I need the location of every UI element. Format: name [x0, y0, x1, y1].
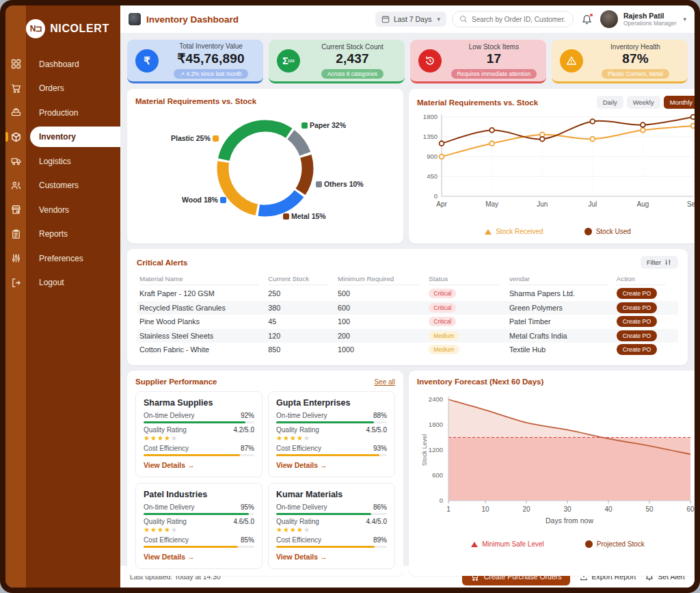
- supplier-performance-panel: Supplier Performance See all Sharma Supp…: [127, 371, 403, 576]
- notifications-button[interactable]: [582, 14, 592, 25]
- see-all-link[interactable]: See all: [374, 378, 395, 386]
- svg-text:1800: 1800: [429, 421, 443, 428]
- search-bar[interactable]: [452, 11, 574, 27]
- sidebar-item-label: Vendors: [30, 200, 120, 220]
- forecast-legend: Minimum Safe Level Projected Stock: [417, 540, 695, 548]
- star-rating: ★★★★★: [276, 434, 387, 442]
- supplier-name: Sharma Supplies: [144, 398, 254, 408]
- svg-text:600: 600: [432, 471, 443, 479]
- tab-weekly[interactable]: Weekly: [627, 96, 660, 109]
- donut-label-wood: Wood 18%: [182, 196, 226, 204]
- sidebar-item-orders[interactable]: Orders: [5, 77, 120, 101]
- sidebar-item-label: Preferences: [30, 248, 120, 269]
- kpi-value: 17: [450, 51, 538, 66]
- svg-text:900: 900: [427, 153, 438, 160]
- svg-text:50: 50: [645, 505, 654, 513]
- sidebar-item-dashboard[interactable]: Dashboard: [5, 52, 120, 77]
- supplier-name: Patel Industries: [144, 490, 254, 499]
- view-details-link[interactable]: View Details →: [276, 553, 327, 561]
- kpi-badge: Requires immediate attention: [451, 69, 537, 79]
- status-badge: Critical: [429, 317, 456, 326]
- kpi-current-stock-count: Σ123 Current Stock Count 2,437 Across 8 …: [269, 40, 405, 83]
- tab-monthly[interactable]: Monthly: [664, 96, 695, 109]
- kpi-total-inventory-value: ₹ Total Inventory Value ₹45,76,890 ↗ 4.2…: [127, 40, 263, 83]
- donut-label-plastic: Plastic 25%: [171, 134, 219, 142]
- tab-daily[interactable]: Daily: [597, 96, 623, 109]
- date-range-dropdown[interactable]: Last 7 Days ▾: [375, 12, 446, 27]
- sidebar-item-inventory[interactable]: Inventory: [5, 125, 120, 150]
- kpi-value: 87%: [591, 51, 679, 66]
- create-po-button[interactable]: Create PO: [617, 344, 658, 355]
- svg-text:1800: 1800: [423, 113, 438, 120]
- sidebar-item-reports[interactable]: Reports: [5, 222, 120, 247]
- svg-text:2400: 2400: [429, 395, 443, 403]
- date-range-value: Last 7 Days: [394, 15, 431, 23]
- app-frame: N⊐ NICOLERT Dashboard Orders Production …: [0, 0, 700, 593]
- svg-text:20: 20: [522, 505, 530, 513]
- sidebar-item-label: Reports: [30, 224, 120, 244]
- avatar[interactable]: [600, 10, 618, 28]
- supplier-card: Gupta Enterprises On-time Delivery88% Qu…: [268, 391, 395, 477]
- truck-icon: [5, 156, 26, 166]
- star-rating: ★★★★★: [144, 434, 254, 442]
- sidebar-item-logistics[interactable]: Logistics: [5, 149, 120, 174]
- sidebar-item-preferences[interactable]: Preferences: [5, 246, 120, 271]
- legend-min-safe-level: Minimum Safe Level: [471, 540, 544, 548]
- search-input[interactable]: [472, 16, 566, 23]
- sliders-icon: [5, 253, 26, 263]
- sidebar-item-logout[interactable]: Logout: [5, 271, 120, 295]
- view-details-link[interactable]: View Details →: [144, 461, 195, 469]
- alerts-title: Critical Alerts: [137, 259, 187, 267]
- svg-text:1: 1: [446, 505, 450, 513]
- kpi-inventory-health: Inventory Health 87% Plastic Corners, Me…: [552, 40, 688, 83]
- legend-stock-used: Stock Used: [584, 228, 631, 235]
- status-badge: Critical: [429, 289, 456, 298]
- line-chart: 045090013501800AprMayJunJulAugSep: [417, 109, 695, 224]
- kpi-title: Total Inventory Value: [167, 42, 255, 50]
- filter-button[interactable]: Filter: [641, 256, 678, 269]
- create-po-button[interactable]: Create PO: [617, 302, 658, 313]
- sidebar-nav: Dashboard Orders Production Inventory Lo…: [5, 52, 120, 295]
- clipboard-icon: [5, 229, 26, 239]
- alerts-table: Material NameCurrent StockMinimum Requir…: [137, 274, 678, 357]
- kpi-low-stock-items: Low Stock Items 17 Requires immediate at…: [410, 40, 546, 83]
- user-role: Operations Manager: [623, 20, 677, 27]
- user-name: Rajesh Patil: [623, 12, 677, 21]
- svg-text:Apr: Apr: [436, 200, 447, 208]
- svg-text:Aug: Aug: [637, 200, 649, 208]
- sidebar-item-label: Logout: [30, 272, 120, 293]
- create-po-button[interactable]: Create PO: [617, 288, 658, 299]
- box-icon: [5, 132, 26, 142]
- kpi-badge: ↗ 4.2% since last month: [174, 69, 247, 79]
- view-details-link[interactable]: View Details →: [144, 553, 195, 561]
- search-icon: [459, 15, 468, 23]
- sidebar-item-vendors[interactable]: Vendors: [5, 198, 120, 222]
- svg-text:30: 30: [563, 505, 571, 513]
- warning-triangle-icon: [560, 49, 583, 73]
- table-row: Cotton Fabric - White8501000 Medium Text…: [137, 343, 678, 357]
- sidebar-item-label: Customers: [30, 175, 120, 196]
- donut-chart: [135, 103, 395, 239]
- status-badge: Medium: [429, 331, 459, 341]
- user-menu-chevron-icon[interactable]: ▾: [683, 16, 686, 23]
- storefront-icon: [5, 205, 26, 215]
- kpi-value: 2,437: [308, 51, 396, 66]
- sidebar-item-production[interactable]: Production: [5, 101, 120, 125]
- table-row: Kraft Paper - 120 GSM250500 Critical Sha…: [137, 287, 678, 301]
- line-chart-title: Material Requirements vs. Stock: [417, 98, 538, 107]
- rupee-icon: ₹: [135, 49, 159, 73]
- logout-icon: [5, 278, 26, 288]
- create-po-button[interactable]: Create PO: [617, 330, 658, 341]
- kpi-title: Inventory Health: [591, 43, 679, 51]
- top-header: Inventory Dashboard Last 7 Days ▾ Rajesh…: [120, 5, 695, 33]
- sidebar-item-customers[interactable]: Customers: [5, 174, 120, 198]
- status-badge: Medium: [429, 345, 459, 354]
- view-details-link[interactable]: View Details →: [276, 461, 327, 469]
- donut-label-metal: Metal 15%: [283, 212, 326, 220]
- dashboard-thumbnail: [129, 13, 141, 25]
- supplier-card: Patel Industries On-time Delivery95% Qua…: [135, 483, 262, 569]
- create-po-button[interactable]: Create PO: [617, 316, 658, 327]
- svg-text:Jun: Jun: [537, 200, 548, 208]
- kpi-badge: Plastic Corners, Metal: [602, 69, 669, 79]
- legend-projected-stock: Projected Stock: [585, 540, 645, 548]
